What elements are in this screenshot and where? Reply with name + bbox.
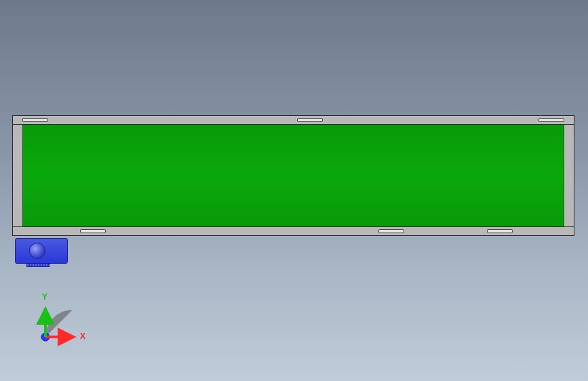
conveyor-assembly[interactable] xyxy=(12,115,574,236)
axis-y-label: Y xyxy=(42,293,47,301)
bracket-bottom-right[interactable] xyxy=(487,229,513,233)
view-triad[interactable] xyxy=(35,300,83,347)
axis-x-label: X xyxy=(80,332,85,340)
bracket-bottom-left[interactable] xyxy=(80,229,106,233)
bracket-top-right[interactable] xyxy=(538,118,564,122)
bracket-top-left[interactable] xyxy=(22,118,48,122)
bracket-bottom-center[interactable] xyxy=(378,229,404,233)
conveyor-belt[interactable] xyxy=(22,125,564,226)
motor-fins xyxy=(26,263,50,267)
motor-hub xyxy=(29,243,45,259)
drive-motor[interactable] xyxy=(15,238,68,264)
cad-viewport[interactable]: X Y xyxy=(0,0,588,381)
bracket-top-center[interactable] xyxy=(297,118,323,122)
